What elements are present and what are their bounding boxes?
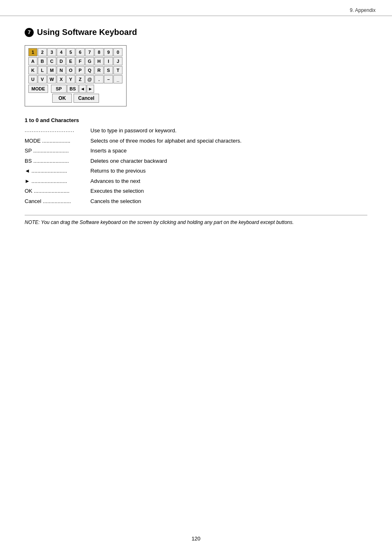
key-r[interactable]: R <box>95 66 104 74</box>
key-a[interactable]: A <box>28 57 37 65</box>
key-o[interactable]: O <box>66 66 75 74</box>
header-text: 9. Appendix <box>350 7 376 13</box>
desc-value-mode: Selects one of three modes for alphabet … <box>90 137 242 145</box>
key-y[interactable]: Y <box>66 75 75 83</box>
desc-key-left: ◄ ........................ <box>25 167 90 175</box>
desc-key-dots: ............................ <box>25 127 90 135</box>
key-z[interactable]: Z <box>76 75 85 83</box>
key-l[interactable]: L <box>38 66 47 74</box>
keyboard-ok-cancel-row: OK Cancel <box>28 94 123 103</box>
key-g[interactable]: G <box>85 57 94 65</box>
key-v[interactable]: V <box>38 75 47 83</box>
desc-key-bs: BS ........................ <box>25 157 90 165</box>
note-section: NOTE: You can drag the Software keyboard… <box>25 215 367 225</box>
key-5[interactable]: 5 <box>66 48 75 56</box>
key-underscore[interactable]: _ <box>113 75 122 83</box>
key-8[interactable]: 8 <box>95 48 104 56</box>
key-bs[interactable]: BS <box>67 85 78 93</box>
page-footer: 120 <box>0 536 392 542</box>
key-right[interactable]: ► <box>87 85 94 93</box>
key-dash[interactable]: – <box>104 75 113 83</box>
key-e[interactable]: E <box>66 57 75 65</box>
key-j[interactable]: J <box>113 57 122 65</box>
desc-item-left: ◄ ........................ Returns to th… <box>25 167 367 175</box>
page-number: 120 <box>191 536 201 542</box>
desc-item-sp: SP ........................ Inserts a sp… <box>25 147 367 155</box>
key-dot[interactable]: . <box>95 75 104 83</box>
key-t[interactable]: T <box>113 66 122 74</box>
desc-item-dots: ............................ Use to type… <box>25 127 367 135</box>
desc-key-cancel: Cancel ................... <box>25 197 90 205</box>
keyboard-row-k-t: K L M N O P Q R S T <box>28 66 123 74</box>
key-3[interactable]: 3 <box>47 48 56 56</box>
key-h[interactable]: H <box>95 57 104 65</box>
desc-key-ok: OK ........................ <box>25 187 90 195</box>
ok-button[interactable]: OK <box>52 94 72 103</box>
keyboard-function-row: MODE SP BS ◄ ► <box>28 85 123 93</box>
key-c[interactable]: C <box>47 57 56 65</box>
desc-key-mode: MODE ................... <box>25 137 90 145</box>
desc-value-right: Advances to the next <box>90 177 140 185</box>
desc-item-bs: BS ........................ Deletes one … <box>25 157 367 165</box>
key-d[interactable]: D <box>57 57 66 65</box>
cancel-button[interactable]: Cancel <box>74 94 99 103</box>
key-i[interactable]: I <box>104 57 113 65</box>
key-u[interactable]: U <box>28 75 37 83</box>
section-number: 7 <box>25 28 34 37</box>
desc-key-sp: SP ........................ <box>25 147 90 155</box>
key-0[interactable]: 0 <box>113 48 122 56</box>
desc-value-bs: Deletes one character backward <box>90 157 167 165</box>
key-sp[interactable]: SP <box>51 85 67 93</box>
key-1[interactable]: 1 <box>28 48 37 56</box>
key-q[interactable]: Q <box>85 66 94 74</box>
description-section: 1 to 0 and Characters ..................… <box>25 117 367 205</box>
key-b[interactable]: B <box>38 57 47 65</box>
desc-value-cancel: Cancels the selection <box>90 197 141 205</box>
keyboard-row-a-j: A B C D E F G H I J <box>28 57 123 65</box>
section-title: 7 Using Software Keyboard <box>25 28 367 37</box>
key-left[interactable]: ◄ <box>79 85 86 93</box>
key-k[interactable]: K <box>28 66 37 74</box>
key-m[interactable]: M <box>47 66 56 74</box>
note-text: NOTE: You can drag the Software keyboard… <box>25 219 294 225</box>
desc-value-ok: Executes the selection <box>90 187 144 195</box>
desc-item-mode: MODE ................... Selects one of … <box>25 137 367 145</box>
key-6[interactable]: 6 <box>76 48 85 56</box>
key-s[interactable]: S <box>104 66 113 74</box>
key-n[interactable]: N <box>57 66 66 74</box>
key-f[interactable]: F <box>76 57 85 65</box>
key-4[interactable]: 4 <box>57 48 66 56</box>
desc-value-sp: Inserts a space <box>90 147 127 155</box>
keyboard-row-u-underscore: U V W X Y Z @ . – _ <box>28 75 123 83</box>
key-7[interactable]: 7 <box>85 48 94 56</box>
desc-value-dots: Use to type in password or keyword. <box>90 127 177 135</box>
key-w[interactable]: W <box>47 75 56 83</box>
page-content: 7 Using Software Keyboard 1 2 3 4 5 6 7 … <box>0 16 392 242</box>
key-x[interactable]: X <box>57 75 66 83</box>
desc-key-right: ► ........................ <box>25 177 90 185</box>
desc-item-ok: OK ........................ Executes the… <box>25 187 367 195</box>
key-mode[interactable]: MODE <box>28 85 48 93</box>
keyboard-row-numbers: 1 2 3 4 5 6 7 8 9 0 <box>28 48 123 56</box>
section-heading: Using Software Keyboard <box>37 28 137 37</box>
key-p[interactable]: P <box>76 66 85 74</box>
desc-item-right: ► ........................ Advances to t… <box>25 177 367 185</box>
software-keyboard: 1 2 3 4 5 6 7 8 9 0 A B C D E F G H I J … <box>25 45 127 106</box>
key-at[interactable]: @ <box>85 75 94 83</box>
key-2[interactable]: 2 <box>38 48 47 56</box>
page-header: 9. Appendix <box>0 0 392 16</box>
key-9[interactable]: 9 <box>104 48 113 56</box>
desc-group-title: 1 to 0 and Characters <box>25 117 367 123</box>
desc-item-cancel: Cancel ................... Cancels the s… <box>25 197 367 205</box>
desc-value-left: Returns to the previous <box>90 167 145 175</box>
